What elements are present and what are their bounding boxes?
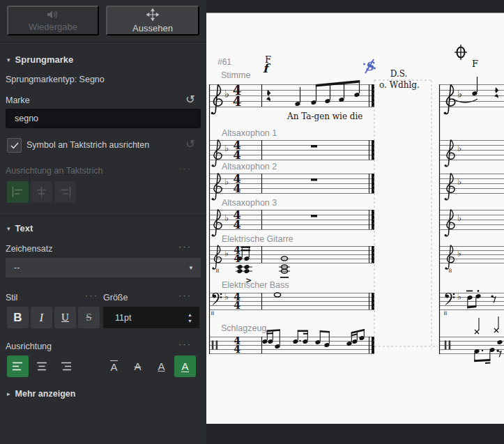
collapse-icon: ▾: [7, 225, 10, 232]
align-top-button[interactable]: A: [103, 355, 125, 377]
style-label: Stil: [6, 293, 17, 303]
ds-jump-text-line1[interactable]: D.S.: [385, 69, 413, 79]
measure-number: #61: [217, 57, 231, 67]
musescore-window: Wiedergabe Aussehen ▾ Sprungmarke Sprung…: [0, 0, 504, 444]
tab-playback-label: Wiedergabe: [29, 22, 77, 32]
align-left-to-barline-icon: [12, 187, 24, 197]
check-icon: [10, 142, 19, 149]
staff-lines: [209, 246, 374, 263]
staff-lines: [439, 84, 504, 107]
font-select-value: --: [14, 263, 20, 273]
size-spinner[interactable]: 11pt ▲ ▼: [103, 307, 199, 328]
properties-panel: Wiedergabe Aussehen ▾ Sprungmarke Sprung…: [0, 0, 206, 444]
align-right-button[interactable]: [54, 355, 76, 377]
speaker-icon: [47, 10, 59, 20]
barline-align-left-button: [7, 181, 29, 203]
dynamic-forte[interactable]: f: [263, 61, 268, 75]
barline-align-right-button: [54, 181, 76, 203]
align-center-icon: [36, 362, 47, 371]
align-left-icon: [13, 362, 24, 371]
barline-align-menu-icon: ···: [178, 163, 192, 174]
marker-input[interactable]: [6, 109, 201, 128]
font-select[interactable]: -- ▼: [6, 258, 201, 277]
alignment-label: Ausrichtung: [6, 342, 52, 351]
strikethrough-button[interactable]: S: [78, 307, 100, 328]
ds-jump-text-line2[interactable]: o. Wdhlg.: [379, 80, 420, 90]
align-right-icon: [60, 362, 71, 371]
reset-align-button: ↺: [183, 137, 198, 152]
underline-button[interactable]: U: [54, 307, 76, 328]
align-bottom-icon: A: [181, 361, 188, 372]
align-middle-icon: A: [134, 361, 141, 372]
divider: [0, 42, 206, 43]
staff-label[interactable]: Stimme: [221, 70, 250, 80]
chord-symbol[interactable]: F: [472, 59, 478, 69]
font-label: Zeichensatz: [6, 244, 52, 254]
show-more-toggle[interactable]: ▸ Mehr anzeigen: [7, 389, 75, 399]
staff-label[interactable]: Schlagzeug: [221, 323, 266, 333]
marker-label: Marke: [6, 95, 30, 105]
move-icon: [146, 8, 159, 21]
align-top-icon: A: [110, 360, 117, 372]
show-more-label: Mehr anzeigen: [15, 389, 76, 399]
barline-align-center-button: [31, 181, 52, 203]
tab-playback: Wiedergabe: [7, 6, 99, 36]
italic-button[interactable]: I: [31, 307, 52, 328]
tab-appearance-label: Aussehen: [132, 23, 173, 33]
lyrics-line[interactable]: An Ta-gen wie die: [287, 112, 369, 121]
align-baseline-button[interactable]: A: [151, 355, 172, 377]
size-menu-icon[interactable]: ···: [178, 290, 192, 300]
staff-label[interactable]: Altsaxophon 1: [222, 128, 277, 138]
align-left-button[interactable]: [7, 355, 29, 377]
spin-down-icon[interactable]: ▼: [188, 319, 192, 323]
staff-lines: [439, 337, 504, 354]
align-bottom-button[interactable]: A: [174, 355, 196, 377]
staff-lines: [439, 246, 504, 263]
staff-lines: [439, 140, 504, 160]
staff-lines: [439, 174, 504, 194]
divider: [0, 215, 206, 216]
section-jump-marker-header[interactable]: ▾ Sprungmarke: [7, 54, 73, 65]
font-menu-icon[interactable]: ···: [178, 241, 192, 252]
align-center-to-barline-icon: [36, 187, 47, 197]
staff-lines: [439, 210, 504, 230]
size-value: 11pt: [115, 313, 131, 323]
staff-lines: [209, 84, 374, 107]
staff-lines: [209, 140, 374, 160]
bold-button[interactable]: B: [7, 307, 29, 328]
reset-marker-button[interactable]: ↺: [183, 92, 198, 107]
collapse-icon: ▾: [7, 56, 10, 63]
chevron-down-icon: ▼: [188, 265, 194, 271]
alignment-menu-icon[interactable]: ···: [178, 339, 192, 349]
tab-appearance[interactable]: Aussehen: [106, 6, 199, 36]
align-center-button[interactable]: [31, 355, 52, 377]
staff-label[interactable]: Elektrische Gitarre: [222, 234, 293, 244]
section-title: Sprungmarke: [15, 54, 74, 65]
section-text-header[interactable]: ▾ Text: [7, 223, 33, 234]
align-checkbox-label[interactable]: Symbol an Taktstrich ausrichten: [26, 140, 149, 150]
spin-up-icon[interactable]: ▲: [188, 312, 192, 317]
staff-lines: [209, 210, 374, 230]
staff-lines: [209, 174, 374, 194]
style-menu-icon[interactable]: ···: [85, 290, 98, 300]
staff-lines: [209, 293, 374, 310]
staff-lines: [209, 337, 374, 354]
align-middle-button[interactable]: A: [127, 355, 148, 377]
jump-type-text: Sprungmarkentyp: Segno: [6, 75, 105, 84]
staff-label[interactable]: Altsaxophon 2: [222, 162, 277, 171]
staff-label[interactable]: Elektrischer Bass: [222, 280, 289, 290]
barline-align-label: Ausrichtung an Taktstrich: [6, 166, 102, 176]
size-label: Größe: [103, 293, 128, 303]
section-title: Text: [15, 223, 33, 234]
align-right-to-barline-icon: [59, 187, 71, 197]
align-baseline-icon: A: [158, 361, 165, 372]
expand-icon: ▸: [7, 390, 10, 397]
align-to-barline-checkbox[interactable]: [7, 138, 22, 153]
staff-label[interactable]: Altsaxophon 3: [222, 198, 277, 208]
staff-lines: [439, 293, 504, 310]
